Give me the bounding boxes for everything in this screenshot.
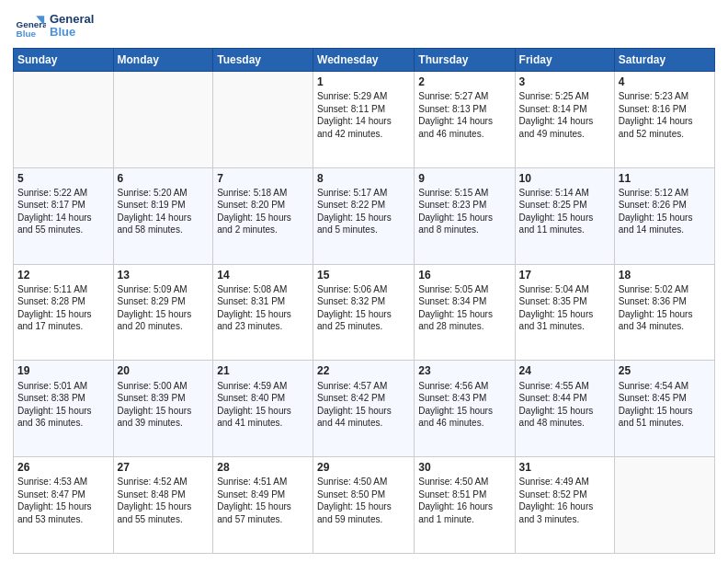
calendar-week-1: 1Sunrise: 5:29 AMSunset: 8:11 PMDaylight… (14, 72, 715, 168)
day-info-line: Daylight: 15 hours (317, 212, 410, 224)
day-info-line: Sunrise: 5:12 AM (619, 187, 711, 200)
day-info-line: Sunrise: 5:17 AM (317, 187, 410, 200)
calendar-cell: 1Sunrise: 5:29 AMSunset: 8:11 PMDaylight… (313, 72, 415, 168)
day-info-line: Daylight: 15 hours (317, 500, 410, 513)
day-info-line: and 1 minute. (418, 513, 510, 526)
day-info-line: Daylight: 15 hours (217, 500, 309, 513)
day-info-line: Daylight: 15 hours (619, 405, 711, 418)
day-info-line: Daylight: 15 hours (619, 308, 711, 321)
day-info-line: Sunrise: 4:55 AM (519, 380, 610, 393)
day-info-line: Daylight: 15 hours (317, 405, 410, 418)
day-info-line: Sunrise: 4:52 AM (118, 476, 210, 488)
day-info-line: Sunrise: 4:59 AM (217, 380, 309, 393)
day-info-line: Sunrise: 4:53 AM (17, 476, 109, 488)
weekday-header-wednesday: Wednesday (313, 49, 415, 72)
day-info-line: and 3 minutes. (519, 513, 610, 526)
day-info-line: Sunset: 8:44 PM (519, 392, 610, 405)
day-number: 19 (17, 363, 109, 378)
calendar-cell: 13Sunrise: 5:09 AMSunset: 8:29 PMDayligh… (113, 264, 213, 361)
day-info-line: and 28 minutes. (418, 320, 510, 333)
calendar-week-2: 5Sunrise: 5:22 AMSunset: 8:17 PMDaylight… (14, 167, 715, 264)
day-info-line: Sunset: 8:20 PM (217, 199, 309, 212)
day-info-line: Sunset: 8:39 PM (118, 392, 210, 405)
day-info-line: Daylight: 14 hours (118, 212, 210, 224)
day-info-line: Daylight: 15 hours (217, 405, 309, 418)
calendar-cell: 26Sunrise: 4:53 AMSunset: 8:47 PMDayligh… (14, 457, 114, 554)
calendar-week-3: 12Sunrise: 5:11 AMSunset: 8:28 PMDayligh… (14, 264, 715, 361)
day-number: 21 (217, 363, 309, 378)
calendar-cell: 7Sunrise: 5:18 AMSunset: 8:20 PMDaylight… (213, 167, 313, 264)
day-info-line: Sunset: 8:38 PM (17, 392, 109, 405)
day-info-line: and 59 minutes. (317, 513, 410, 526)
calendar-cell: 4Sunrise: 5:23 AMSunset: 8:16 PMDaylight… (614, 72, 714, 168)
day-info-line: and 11 minutes. (519, 224, 610, 236)
day-info-line: and 2 minutes. (217, 224, 309, 236)
calendar-cell: 21Sunrise: 4:59 AMSunset: 8:40 PMDayligh… (213, 361, 313, 457)
day-info-line: and 25 minutes. (317, 320, 410, 333)
calendar-cell: 31Sunrise: 4:49 AMSunset: 8:52 PMDayligh… (515, 457, 614, 554)
day-info-line: Sunset: 8:43 PM (418, 392, 510, 405)
day-number: 14 (217, 268, 309, 282)
day-info-line: Sunset: 8:13 PM (418, 103, 510, 116)
logo: General Blue General Blue (13, 9, 94, 42)
day-number: 28 (217, 460, 309, 475)
day-info-line: Sunset: 8:45 PM (619, 392, 711, 405)
day-info-line: Sunrise: 5:23 AM (619, 90, 711, 103)
calendar-cell: 10Sunrise: 5:14 AMSunset: 8:25 PMDayligh… (515, 167, 614, 264)
day-info-line: and 49 minutes. (519, 128, 610, 141)
weekday-header-tuesday: Tuesday (213, 49, 313, 72)
day-info-line: Sunset: 8:29 PM (118, 295, 210, 308)
calendar-cell: 30Sunrise: 4:50 AMSunset: 8:51 PMDayligh… (415, 457, 515, 554)
day-number: 18 (619, 268, 711, 282)
calendar-cell: 2Sunrise: 5:27 AMSunset: 8:13 PMDaylight… (415, 72, 515, 168)
day-info-line: Daylight: 15 hours (17, 405, 109, 418)
weekday-header-sunday: Sunday (14, 49, 114, 72)
header: General Blue General Blue (13, 9, 715, 42)
day-info-line: and 58 minutes. (118, 224, 210, 236)
day-info-line: Sunset: 8:49 PM (217, 488, 309, 501)
day-info-line: and 5 minutes. (317, 224, 410, 236)
day-number: 20 (118, 363, 210, 378)
calendar-week-4: 19Sunrise: 5:01 AMSunset: 8:38 PMDayligh… (14, 361, 715, 457)
day-info-line: Sunset: 8:14 PM (519, 103, 610, 116)
day-info-line: and 42 minutes. (317, 128, 410, 141)
svg-text:Blue: Blue (17, 29, 37, 39)
day-info-line: Sunrise: 4:54 AM (619, 380, 711, 393)
day-info-line: and 44 minutes. (317, 417, 410, 430)
weekday-header-friday: Friday (515, 49, 614, 72)
day-info-line: Sunset: 8:50 PM (317, 488, 410, 501)
day-info-line: Daylight: 15 hours (619, 212, 711, 224)
day-info-line: Sunset: 8:51 PM (418, 488, 510, 501)
day-info-line: Daylight: 15 hours (418, 308, 510, 321)
day-number: 12 (17, 268, 109, 282)
day-info-line: Sunset: 8:23 PM (418, 199, 510, 212)
day-info-line: and 46 minutes. (418, 417, 510, 430)
day-info-line: Sunset: 8:28 PM (17, 295, 109, 308)
day-info-line: Sunrise: 5:04 AM (519, 283, 610, 296)
day-info-line: Sunrise: 5:08 AM (217, 283, 309, 296)
day-info-line: Daylight: 15 hours (118, 500, 210, 513)
calendar-cell: 5Sunrise: 5:22 AMSunset: 8:17 PMDaylight… (14, 167, 114, 264)
day-info-line: Sunrise: 5:05 AM (418, 283, 510, 296)
calendar-cell (614, 457, 714, 554)
day-info-line: and 53 minutes. (17, 513, 109, 526)
day-info-line: Sunset: 8:32 PM (317, 295, 410, 308)
day-info-line: Sunrise: 4:50 AM (317, 476, 410, 488)
day-number: 5 (17, 171, 109, 186)
page: General Blue General Blue SundayMondayTu… (0, 0, 728, 563)
day-info-line: Sunrise: 5:29 AM (317, 90, 410, 103)
day-info-line: Daylight: 14 hours (418, 115, 510, 128)
day-info-line: Daylight: 14 hours (619, 115, 711, 128)
logo-icon: General Blue (13, 9, 46, 42)
calendar-cell (213, 72, 313, 168)
day-info-line: Sunrise: 5:01 AM (17, 380, 109, 393)
day-info-line: and 55 minutes. (118, 513, 210, 526)
calendar-cell: 11Sunrise: 5:12 AMSunset: 8:26 PMDayligh… (614, 167, 714, 264)
day-info-line: Sunset: 8:26 PM (619, 199, 711, 212)
weekday-header-monday: Monday (113, 49, 213, 72)
day-number: 27 (118, 460, 210, 475)
day-info-line: Sunrise: 5:14 AM (519, 187, 610, 200)
day-number: 10 (519, 171, 610, 186)
day-info-line: Sunset: 8:42 PM (317, 392, 410, 405)
day-number: 8 (317, 171, 410, 186)
